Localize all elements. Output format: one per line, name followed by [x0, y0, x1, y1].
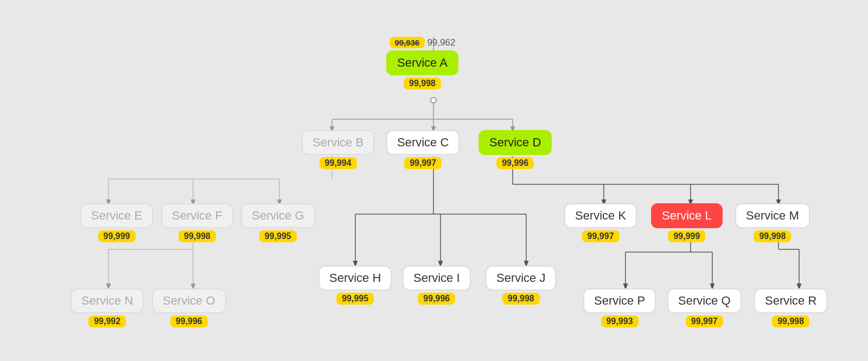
diagram: 99,936 99,962 Service A 99,998 Service B… — [0, 0, 868, 361]
service-f-box[interactable]: Service F — [161, 203, 233, 228]
value-q: 99,997 — [686, 315, 723, 327]
node-service-e[interactable]: Service E 99,999 — [80, 203, 153, 242]
service-q-box[interactable]: Service Q — [667, 288, 742, 313]
node-service-d[interactable]: Service D 99,996 — [478, 130, 552, 169]
service-k-box[interactable]: Service K — [564, 203, 637, 228]
node-service-a[interactable]: 99,936 99,962 Service A 99,998 — [386, 37, 458, 89]
new-value-a: 99,962 — [427, 37, 455, 48]
value-b: 99,994 — [320, 157, 357, 169]
node-service-p[interactable]: Service P 99,993 — [583, 288, 656, 327]
node-service-o[interactable]: Service O 99,996 — [152, 288, 226, 327]
value-n: 99,992 — [88, 315, 126, 327]
node-service-l[interactable]: Service L 99,999 — [651, 203, 723, 242]
value-e: 99,999 — [98, 230, 136, 242]
service-p-box[interactable]: Service P — [583, 288, 656, 313]
service-c-box[interactable]: Service C — [386, 130, 459, 155]
service-e-box[interactable]: Service E — [80, 203, 153, 228]
value-r: 99,998 — [772, 315, 809, 327]
value-o: 99,996 — [170, 315, 208, 327]
node-service-c[interactable]: Service C 99,997 — [386, 130, 459, 169]
node-service-f[interactable]: Service F 99,998 — [161, 203, 233, 242]
service-l-box[interactable]: Service L — [651, 203, 723, 228]
node-service-i[interactable]: Service I 99,996 — [403, 266, 471, 305]
value-k: 99,997 — [582, 230, 620, 242]
node-service-h[interactable]: Service H 99,995 — [318, 266, 392, 305]
svg-point-38 — [431, 98, 436, 103]
node-service-b[interactable]: Service B 99,994 — [302, 130, 374, 169]
old-value-a: 99,936 — [390, 37, 425, 48]
value-a: 99,998 — [404, 78, 441, 89]
node-service-q[interactable]: Service Q 99,997 — [667, 288, 742, 327]
service-b-box[interactable]: Service B — [302, 130, 374, 155]
value-g: 99,995 — [259, 230, 297, 242]
service-a-box[interactable]: Service A — [386, 50, 458, 75]
value-h: 99,995 — [336, 293, 374, 305]
value-i: 99,996 — [418, 293, 455, 305]
service-h-box[interactable]: Service H — [318, 266, 392, 291]
value-m: 99,998 — [754, 230, 791, 242]
node-service-n[interactable]: Service N 99,992 — [71, 288, 144, 327]
node-service-r[interactable]: Service R 99,998 — [754, 288, 827, 327]
value-p: 99,993 — [601, 315, 639, 327]
node-service-g[interactable]: Service G 99,995 — [241, 203, 315, 242]
value-d: 99,996 — [496, 157, 534, 169]
service-d-box[interactable]: Service D — [478, 130, 552, 155]
value-j: 99,998 — [502, 293, 540, 305]
value-l: 99,999 — [668, 230, 705, 242]
badge-row-a: 99,936 99,962 — [390, 37, 456, 48]
value-f: 99,998 — [178, 230, 216, 242]
service-n-box[interactable]: Service N — [71, 288, 144, 313]
service-g-box[interactable]: Service G — [241, 203, 315, 228]
service-o-box[interactable]: Service O — [152, 288, 226, 313]
service-m-box[interactable]: Service M — [735, 203, 810, 228]
value-c: 99,997 — [404, 157, 442, 169]
service-r-box[interactable]: Service R — [754, 288, 827, 313]
service-i-box[interactable]: Service I — [403, 266, 471, 291]
node-service-k[interactable]: Service K 99,997 — [564, 203, 637, 242]
service-j-box[interactable]: Service J — [486, 266, 556, 291]
node-service-j[interactable]: Service J 99,998 — [486, 266, 556, 305]
node-service-m[interactable]: Service M 99,998 — [735, 203, 810, 242]
